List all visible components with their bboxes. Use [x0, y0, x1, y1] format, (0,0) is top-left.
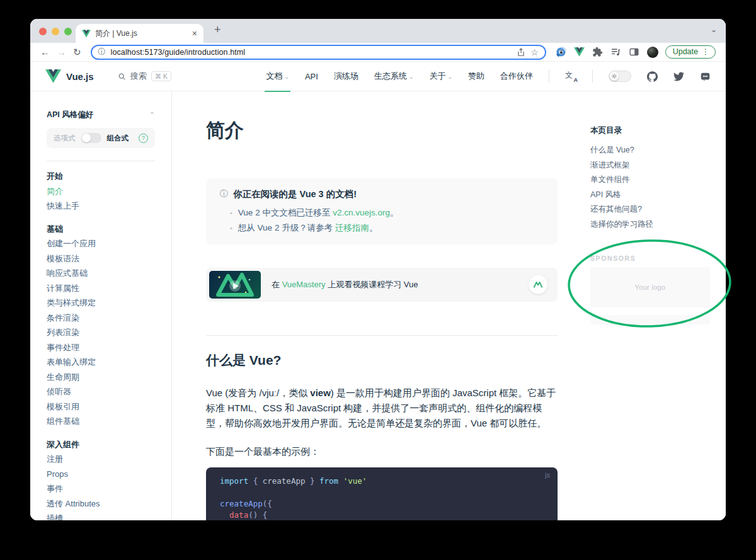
github-link[interactable] [647, 71, 658, 82]
sidebar-groups: 开始简介快速上手基础创建一个应用模板语法响应式基础计算属性类与样式绑定条件渲染列… [47, 169, 155, 520]
extensions-puzzle-icon[interactable] [592, 47, 604, 58]
sidebar-item[interactable]: 快速上手 [47, 198, 155, 214]
sidebar-item[interactable]: 模板语法 [47, 251, 155, 266]
sidebar-item[interactable]: 插槽 [47, 511, 155, 520]
profile-avatar[interactable] [647, 47, 658, 58]
url-text[interactable]: localhost:5173/guide/introduction.html [111, 48, 512, 57]
inline-link[interactable]: 迁移指南 [335, 223, 369, 232]
sidebar-item[interactable]: 透传 Attributes [47, 496, 155, 511]
window-zoom-button[interactable] [64, 28, 72, 35]
nav-item[interactable]: 关于⌄ [429, 71, 452, 82]
tab-close-icon[interactable]: × [192, 28, 197, 38]
api-style-toggle[interactable] [81, 133, 101, 143]
search-button[interactable]: 搜索 ⌘ K [118, 71, 171, 82]
discord-link[interactable] [700, 71, 711, 82]
collapse-chevron-icon[interactable]: ⌃ [149, 109, 155, 120]
sidebar-item[interactable]: 事件处理 [47, 340, 155, 355]
sidebar-item[interactable]: 类与样式绑定 [47, 295, 155, 311]
toc-item[interactable]: 还有其他问题? [590, 202, 716, 217]
window-close-button[interactable] [39, 28, 47, 35]
media-controls-icon[interactable] [610, 47, 622, 58]
translate-icon[interactable]: 文 A [565, 71, 576, 81]
info-callout: ⓘ 你正在阅读的是 Vue 3 的文档! •Vue 2 中文文档已迁移至 v2.… [206, 178, 558, 244]
code-line [220, 487, 544, 498]
vue-logo-home-link[interactable]: Vue.js [45, 69, 94, 83]
new-tab-button[interactable]: + [214, 23, 221, 37]
update-button[interactable]: Update ⋮ [665, 45, 716, 59]
sidebar-item[interactable]: 表单输入绑定 [47, 355, 155, 370]
sidebar-item[interactable]: 条件渲染 [47, 311, 155, 326]
reload-button[interactable]: ↻ [73, 47, 81, 57]
options-api-label[interactable]: 选项式 [54, 134, 76, 143]
sidebar-item[interactable]: 简介 [47, 184, 155, 199]
nav-item[interactable]: 演练场 [334, 71, 358, 82]
sidebar-item[interactable]: Props [47, 467, 155, 482]
twitter-icon [673, 71, 684, 82]
bullet-icon: • [230, 209, 232, 217]
docs-sidebar: API 风格偏好 ⌃ 选项式 组合式 ? 开始简介快速上手基础创建一个应用模板语… [30, 91, 172, 520]
browser-menu-icon[interactable]: ⋮ [702, 47, 709, 56]
bookmark-star-icon[interactable]: ☆ [530, 47, 539, 57]
sponsors-label: SPONSORS [590, 254, 716, 262]
on-this-page: 本页目录 什么是 Vue?渐进式框架单文件组件API 风格还有其他问题?选择你的… [590, 91, 716, 324]
site-header: Vue.js 搜索 ⌘ K 文档⌄API演练场生态系统⌄关于⌄赞助合作伙伴 文 … [30, 62, 726, 91]
divider [592, 70, 593, 83]
vuemastery-link[interactable]: VueMastery [282, 280, 326, 289]
sidebar-group-title: 基础 [47, 222, 155, 237]
share-icon[interactable] [517, 48, 525, 57]
twitter-link[interactable] [673, 71, 684, 82]
window-minimize-button[interactable] [52, 28, 59, 35]
vue-docs-page: Vue.js 搜索 ⌘ K 文档⌄API演练场生态系统⌄关于⌄赞助合作伙伴 文 … [30, 62, 726, 520]
vue-favicon-icon [82, 30, 91, 38]
info-title: 你正在阅读的是 Vue 3 的文档! [233, 187, 357, 201]
theme-toggle[interactable] [609, 71, 631, 82]
video-thumbnail[interactable] [209, 271, 261, 299]
nav-item[interactable]: 生态系统⌄ [374, 71, 414, 82]
vuemastery-banner[interactable]: 在 VueMastery 上观看视频课程学习 Vue [206, 268, 558, 302]
toc-item[interactable]: API 风格 [590, 188, 716, 203]
inline-link[interactable]: v2.cn.vuejs.org [333, 208, 390, 217]
sidebar-item[interactable]: 事件 [47, 481, 155, 496]
vue-devtools-extension-icon[interactable] [574, 47, 585, 58]
sidebar-item[interactable]: 计算属性 [47, 281, 155, 296]
browser-tab[interactable]: 简介 | Vue.js × [76, 24, 203, 43]
sidebar-item[interactable]: 模板引用 [47, 399, 155, 414]
site-info-icon[interactable]: ⓘ [98, 47, 106, 57]
help-icon[interactable]: ? [139, 134, 148, 143]
sponsor-placeholder-secondary[interactable] [590, 315, 710, 324]
composition-api-label[interactable]: 组合式 [107, 134, 129, 143]
doc-main: 简介 ⓘ 你正在阅读的是 Vue 3 的文档! •Vue 2 中文文档已迁移至 … [206, 91, 558, 520]
code-line: import { createApp } from 'vue' [220, 476, 544, 487]
sidebar-item[interactable]: 注册 [47, 452, 155, 467]
privacy-extension-icon[interactable] [556, 47, 567, 58]
toc-item[interactable]: 选择你的学习路径 [590, 217, 716, 232]
tab-search-chevron-icon[interactable]: ⌄ [711, 25, 717, 34]
sidebar-group-title: 深入组件 [47, 437, 155, 452]
nav-item[interactable]: 赞助 [468, 71, 484, 82]
sponsor-placeholder[interactable]: Your logo [590, 267, 710, 307]
nav-item[interactable]: 文档⌄ [266, 71, 289, 82]
sidebar-item[interactable]: 组件基础 [47, 414, 155, 429]
toc-item[interactable]: 什么是 Vue? [590, 143, 716, 158]
sidebar-item[interactable]: 创建一个应用 [47, 236, 155, 251]
sidebar-item[interactable]: 生命周期 [47, 370, 155, 385]
update-label: Update [673, 47, 698, 56]
toggle-knob [82, 134, 91, 142]
side-panel-icon[interactable] [629, 47, 640, 58]
toc-item[interactable]: 渐进式框架 [590, 158, 716, 173]
vuemastery-logo [529, 275, 547, 294]
sidebar-item[interactable]: 侦听器 [47, 384, 155, 399]
toc-item[interactable]: 单文件组件 [590, 173, 716, 188]
address-bar[interactable]: ⓘ localhost:5173/guide/introduction.html… [91, 45, 546, 60]
intro-paragraph: Vue (发音为 /vjuː/，类似 view) 是一款用于构建用户界面的 Ja… [206, 386, 558, 431]
back-button[interactable]: ← [40, 47, 50, 57]
tab-title: 简介 | Vue.js [95, 28, 188, 39]
nav-item[interactable]: 合作伙伴 [500, 71, 533, 82]
window-controls [39, 28, 72, 35]
code-line: createApp({ [220, 498, 544, 510]
chevron-down-icon: ⌄ [409, 74, 414, 80]
nav-item[interactable]: API [305, 72, 318, 81]
sidebar-item[interactable]: 响应式基础 [47, 266, 155, 281]
sidebar-item[interactable]: 列表渲染 [47, 325, 155, 340]
info-list-item: •想从 Vue 2 升级？请参考 迁移指南。 [226, 220, 544, 236]
